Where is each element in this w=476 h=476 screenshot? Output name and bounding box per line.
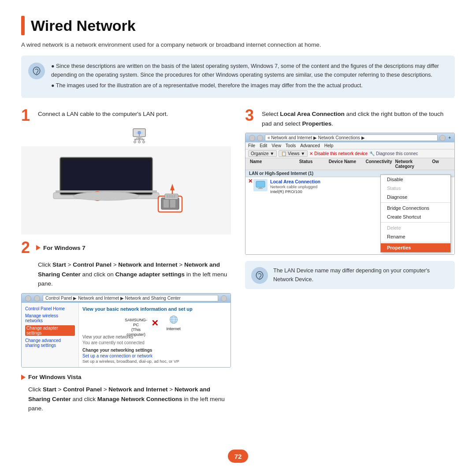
conn-address: « Network and Internet ▶ Network Connect… <box>265 134 438 141</box>
active-networks-label: View your active networks <box>82 335 227 339</box>
svg-rect-6 <box>141 132 143 134</box>
sidebar-change-adapter[interactable]: Change adapter settings <box>25 325 75 336</box>
svg-rect-24 <box>170 200 175 208</box>
internet-icon: Internet <box>166 315 182 331</box>
ctx-divider-3 <box>381 242 450 242</box>
menu-view[interactable]: View <box>271 143 281 148</box>
step2-text: Click Start > Control Panel > Network an… <box>21 258 231 289</box>
laptop-illustration <box>21 146 231 234</box>
svg-rect-45 <box>258 188 263 189</box>
pc-icon: SAMSUNG-PC(This computer) <box>128 315 144 331</box>
step3-text: Select Local Area Connection and click t… <box>262 108 455 128</box>
conn-name: Local Area Connection <box>270 179 354 184</box>
conn-table-header: Name Status Device Name Connectivity Net… <box>245 158 454 170</box>
col-status: Status <box>298 159 328 169</box>
step2-header: 2 For Windows 7 <box>21 240 231 256</box>
ctx-rename[interactable]: Rename <box>381 232 450 241</box>
menu-file[interactable]: File <box>248 143 255 148</box>
note-icon-1 <box>28 63 45 79</box>
network-diagram: SAMSUNG-PC(This computer) ✕ <box>82 315 227 331</box>
svg-point-14 <box>143 141 145 143</box>
net-x-icon: ✕ <box>151 318 159 328</box>
step3-screenshot: « Network and Internet ▶ Network Connect… <box>245 133 455 255</box>
ctx-diagnose[interactable]: Diagnose <box>381 193 450 201</box>
win-titlebar-2: Control Panel ▶ Network and Internet ▶ N… <box>22 294 231 303</box>
win-address-2: Control Panel ▶ Network and Internet ▶ N… <box>43 295 218 301</box>
sidebar-control-panel-home[interactable]: Control Panel Home <box>25 306 75 311</box>
page: Wired Network A wired network is a netwo… <box>0 0 476 476</box>
win-btn-close[interactable] <box>221 295 227 301</box>
page-title: Wired Network <box>31 17 136 34</box>
sidebar-change-sharing[interactable]: Change advanced sharing settings <box>25 338 75 348</box>
toolbar-views[interactable]: 📋 Views ▼ <box>279 150 308 157</box>
note-text-2: The LAN Device name may differ depending… <box>273 266 449 284</box>
ctx-disable[interactable]: Disable <box>381 175 450 184</box>
menu-tools[interactable]: Tools <box>286 143 296 148</box>
conn-toolbar: Organize ▼ 📋 Views ▼ ✕ Disable this netw… <box>245 149 454 158</box>
win-btn-fwd[interactable] <box>34 295 40 301</box>
col-ow: Ow <box>431 159 451 169</box>
left-column: 1 Connect a LAN cable to the computer's … <box>21 108 231 413</box>
menu-edit[interactable]: Edit <box>260 143 267 148</box>
win-sidebar-2: Control Panel Home Manage wireless netwo… <box>22 303 79 367</box>
col-device: Device Name <box>328 159 365 169</box>
step2-vista-text: Click Start > Control Panel > Network an… <box>28 383 231 413</box>
menu-help[interactable]: Help <box>324 143 334 148</box>
step1-text: Connect a LAN cable to the computer's LA… <box>38 108 168 119</box>
conn-btn-fwd[interactable] <box>257 135 263 141</box>
conn-row: ✕ Local Area Connection N <box>245 177 454 254</box>
right-column: 3 Select Local Area Connection and click… <box>245 108 455 413</box>
ctx-status: Status <box>381 184 450 193</box>
step2-vista-label: For Windows Vista <box>28 374 81 380</box>
title-bar: Wired Network <box>21 16 455 35</box>
link1[interactable]: Set up a new connection or network <box>82 353 227 358</box>
conn-menubar: File Edit View Tools Advanced Help <box>245 142 454 149</box>
svg-rect-4 <box>138 131 141 134</box>
note-box-1: ● Since these descriptions are written o… <box>21 56 455 98</box>
conn-btn-back[interactable] <box>249 135 255 141</box>
triangle-icon-1 <box>36 245 41 250</box>
note-icon-2 <box>251 267 268 284</box>
svg-point-0 <box>36 73 37 74</box>
sidebar-manage-wireless[interactable]: Manage wireless networks <box>25 313 75 323</box>
change-networking-label: Change your networking settings <box>82 348 227 353</box>
link2: Set up a wireless, broadband, dial-up, a… <box>82 359 227 364</box>
ctx-divider-1 <box>381 202 450 203</box>
win-btn-back[interactable] <box>25 295 31 301</box>
ctx-create-shortcut[interactable]: Create Shortcut <box>381 212 450 221</box>
step1-header: 1 Connect a LAN cable to the computer's … <box>21 108 231 123</box>
conn-device: Intel(R) PRO/100 <box>270 189 354 194</box>
page-number-badge: 72 <box>228 450 248 463</box>
svg-point-33 <box>73 192 139 201</box>
conn-info: Local Area Connection Network cable unpl… <box>270 179 354 194</box>
col-connectivity: Connectivity <box>365 159 394 169</box>
triangle-icon-2 <box>21 375 26 380</box>
step2-number: 2 <box>21 240 33 256</box>
toolbar-disable[interactable]: ✕ Disable this network device <box>309 151 368 156</box>
ctx-delete: Delete <box>381 223 450 232</box>
ctx-divider-2 <box>381 222 450 223</box>
svg-rect-23 <box>164 200 169 208</box>
page-subtitle: A wired network is a network environment… <box>21 41 455 49</box>
step2-vista-header: For Windows Vista <box>21 374 231 380</box>
conn-btn-close[interactable] <box>439 135 446 141</box>
win-main-title-2: View your basic network information and … <box>82 306 227 312</box>
svg-point-12 <box>134 141 136 143</box>
conn-status: Network cable unplugged <box>270 184 354 189</box>
ctx-bridge[interactable]: Bridge Connections <box>381 204 450 212</box>
menu-advanced[interactable]: Advanced <box>300 143 320 148</box>
two-column-layout: 1 Connect a LAN cable to the computer's … <box>21 108 455 413</box>
active-networks-value: You are currently not connected <box>82 340 227 345</box>
win-main-2: View your basic network information and … <box>79 303 231 367</box>
svg-point-13 <box>138 141 141 143</box>
step2-screenshot: Control Panel ▶ Network and Internet ▶ N… <box>21 293 231 368</box>
col-category: Network Category <box>394 159 431 169</box>
svg-rect-5 <box>136 132 138 134</box>
ctx-properties[interactable]: Properties <box>381 243 450 252</box>
note-box-2: The LAN Device name may differ depending… <box>245 261 455 289</box>
pc-label: SAMSUNG-PC(This computer) <box>125 317 147 337</box>
step3-header: 3 Select Local Area Connection and click… <box>245 108 455 128</box>
toolbar-diagnose[interactable]: 🔧 Diagnose this connec <box>369 151 418 156</box>
step1-number: 1 <box>21 108 33 123</box>
toolbar-organize[interactable]: Organize ▼ <box>248 150 277 157</box>
